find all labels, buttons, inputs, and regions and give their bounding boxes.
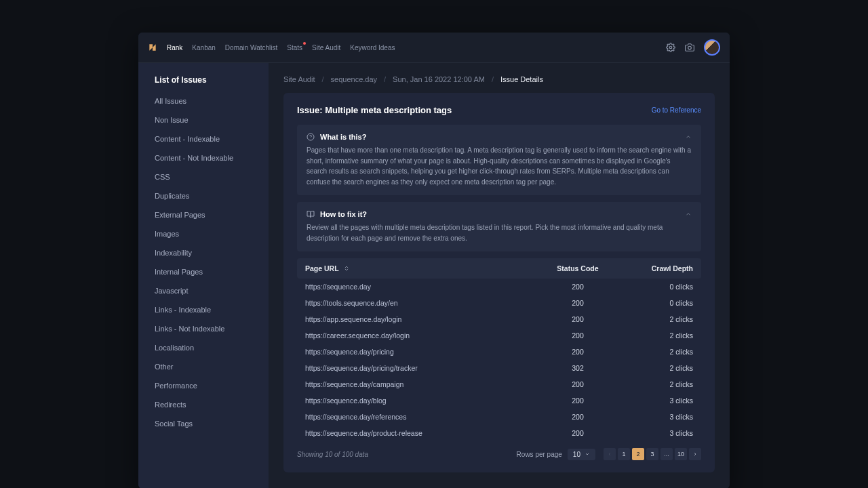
- cell-status: 200: [537, 331, 618, 340]
- cell-status: 200: [537, 429, 618, 437]
- sidebar-item-css[interactable]: CSS: [155, 167, 252, 186]
- nav-stats[interactable]: Stats: [287, 44, 302, 52]
- sidebar-item-redirects[interactable]: Redirects: [155, 395, 252, 414]
- cell-depth: 0 clicks: [618, 299, 693, 307]
- what-is-this-title: What is this?: [320, 133, 366, 141]
- col-page-url[interactable]: Page URL: [305, 264, 537, 272]
- issue-card: Issue: Multiple meta description tags Go…: [283, 93, 715, 472]
- table-row[interactable]: https://sequence.day/pricing/tracker3022…: [297, 360, 701, 376]
- breadcrumb-separator: /: [321, 75, 323, 83]
- nav-domain-watchlist[interactable]: Domain Watchlist: [225, 44, 277, 52]
- nav-rank[interactable]: Rank: [167, 44, 182, 52]
- app-logo-icon: [148, 43, 157, 52]
- cell-depth: 2 clicks: [618, 380, 693, 388]
- sidebar-item-external-pages[interactable]: External Pages: [155, 205, 252, 224]
- sidebar-item-content-indexable[interactable]: Content - Indexable: [155, 129, 252, 148]
- what-is-this-header[interactable]: What is this?: [307, 133, 692, 141]
- user-avatar[interactable]: [704, 39, 720, 56]
- cell-depth: 3 clicks: [618, 396, 693, 405]
- go-to-reference-link[interactable]: Go to Reference: [652, 106, 701, 114]
- table-row[interactable]: https://sequence.day/pricing2002 clicks: [297, 344, 701, 360]
- table-row[interactable]: https://tools.sequence.day/en2000 clicks: [297, 295, 701, 311]
- sidebar-item-localisation[interactable]: Localisation: [155, 338, 252, 357]
- sidebar-item-performance[interactable]: Performance: [155, 376, 252, 395]
- cell-depth: 2 clicks: [618, 348, 693, 356]
- nav-site-audit[interactable]: Site Audit: [312, 44, 340, 52]
- nav-kanban[interactable]: Kanban: [192, 44, 215, 52]
- issue-title: Issue: Multiple meta description tags: [297, 105, 452, 115]
- stats-notification-dot: [303, 42, 306, 45]
- settings-icon[interactable]: [666, 43, 675, 52]
- book-icon: [307, 210, 315, 218]
- col-crawl-depth[interactable]: Crawl Depth: [618, 264, 693, 272]
- table-row[interactable]: https://sequence.day/campaign2002 clicks: [297, 376, 701, 392]
- how-to-fix-title: How to fix it?: [320, 210, 367, 218]
- breadcrumb-separator: /: [384, 75, 386, 83]
- issues-table: Page URL Status Code Crawl Depth https:/…: [297, 258, 701, 441]
- sidebar-title: List of Issues: [155, 75, 252, 85]
- main-panel: Site Audit/sequence.day/Sun, Jan 16 2022…: [269, 63, 730, 488]
- rows-per-page-select[interactable]: 10: [568, 449, 595, 460]
- table-row[interactable]: https://career.sequence.day/login2002 cl…: [297, 327, 701, 344]
- cell-url: https://sequence.day: [305, 283, 537, 291]
- app-window: RankKanbanDomain WatchlistStatsSite Audi…: [138, 33, 730, 488]
- table-header: Page URL Status Code Crawl Depth: [297, 258, 701, 279]
- breadcrumb-item[interactable]: sequence.day: [331, 75, 378, 83]
- how-to-fix-box: How to fix it? Review all the pages with…: [297, 202, 701, 251]
- page-1[interactable]: 1: [618, 448, 630, 460]
- topbar-left: RankKanbanDomain WatchlistStatsSite Audi…: [148, 43, 395, 52]
- chevron-left-icon: [607, 451, 612, 457]
- sidebar-item-internal-pages[interactable]: Internal Pages: [155, 262, 252, 281]
- table-row[interactable]: https://app.sequence.day/login2002 click…: [297, 311, 701, 327]
- sidebar: List of Issues All IssuesNon IssueConten…: [138, 63, 269, 488]
- card-header: Issue: Multiple meta description tags Go…: [297, 105, 701, 115]
- cell-status: 200: [537, 315, 618, 323]
- table-row[interactable]: https://sequence.day/references2003 clic…: [297, 409, 701, 425]
- cell-url: https://sequence.day/references: [305, 413, 537, 421]
- sort-icon: [343, 265, 350, 272]
- sidebar-item-non-issue[interactable]: Non Issue: [155, 110, 252, 129]
- how-to-fix-header[interactable]: How to fix it?: [307, 210, 692, 218]
- sidebar-item-javascript[interactable]: Javascript: [155, 281, 252, 300]
- cell-depth: 3 clicks: [618, 413, 693, 421]
- chevron-up-icon[interactable]: [685, 134, 692, 140]
- svg-point-1: [688, 46, 692, 49]
- sidebar-item-duplicates[interactable]: Duplicates: [155, 186, 252, 205]
- body: List of Issues All IssuesNon IssueConten…: [138, 63, 730, 488]
- col-status-code[interactable]: Status Code: [537, 264, 618, 272]
- sidebar-item-other[interactable]: Other: [155, 357, 252, 376]
- sidebar-list: All IssuesNon IssueContent - IndexableCo…: [155, 92, 252, 433]
- cell-url: https://app.sequence.day/login: [305, 315, 537, 323]
- chevron-right-icon: [692, 451, 698, 457]
- page-3[interactable]: 3: [646, 448, 658, 460]
- camera-icon[interactable]: [685, 43, 694, 52]
- page-2[interactable]: 2: [632, 448, 644, 460]
- table-row[interactable]: https://sequence.day/blog2003 clicks: [297, 392, 701, 409]
- topbar-right: [666, 39, 720, 56]
- sidebar-item-social-tags[interactable]: Social Tags: [155, 414, 252, 433]
- rows-per-page-value: 10: [573, 451, 580, 458]
- cell-url: https://tools.sequence.day/en: [305, 299, 537, 307]
- sidebar-item-all-issues[interactable]: All Issues: [155, 92, 252, 110]
- table-row[interactable]: https://sequence.day2000 clicks: [297, 279, 701, 295]
- sidebar-item-links-not-indexable[interactable]: Links - Not Indexable: [155, 319, 252, 338]
- chevron-up-icon[interactable]: [685, 211, 692, 218]
- breadcrumbs: Site Audit/sequence.day/Sun, Jan 16 2022…: [283, 75, 715, 83]
- svg-point-0: [669, 46, 672, 49]
- cell-status: 200: [537, 283, 618, 291]
- sidebar-item-indexability[interactable]: Indexability: [155, 243, 252, 262]
- cell-status: 200: [537, 299, 618, 307]
- table-row[interactable]: https://sequence.day/product-release2003…: [297, 425, 701, 441]
- page-prev[interactable]: [604, 448, 616, 460]
- page-10[interactable]: 10: [675, 448, 687, 460]
- sidebar-item-images[interactable]: Images: [155, 224, 252, 243]
- sidebar-item-links-indexable[interactable]: Links - Indexable: [155, 300, 252, 319]
- chevron-down-icon: [585, 451, 590, 457]
- nav-keyword-ideas[interactable]: Keyword Ideas: [350, 44, 395, 52]
- breadcrumb-item[interactable]: Sun, Jan 16 2022 12:00 AM: [393, 75, 485, 83]
- sidebar-item-content-not-indexable[interactable]: Content - Not Indexable: [155, 148, 252, 167]
- page-next[interactable]: [689, 448, 701, 460]
- breadcrumb-item[interactable]: Site Audit: [283, 75, 315, 83]
- cell-url: https://sequence.day/pricing: [305, 348, 537, 356]
- cell-url: https://career.sequence.day/login: [305, 331, 537, 340]
